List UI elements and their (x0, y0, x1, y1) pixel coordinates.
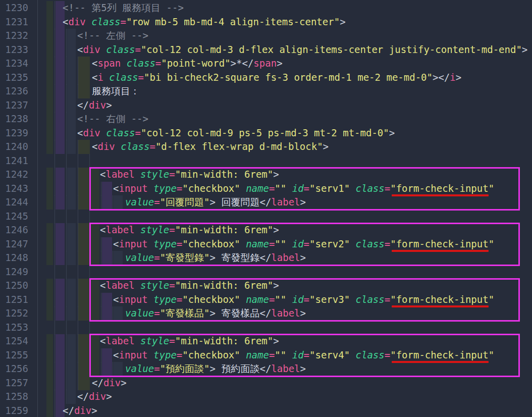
indent-guide-line (55, 237, 55, 251)
line-number[interactable]: 1249 (0, 265, 28, 279)
indent-guide-line (66, 293, 67, 307)
code-line[interactable]: 1249 (0, 265, 532, 279)
code-line[interactable]: 1234<span class="point-word">*</span> (0, 57, 532, 71)
token-comment: <!-- 第5列 服務項目 --> (63, 2, 184, 13)
indent-rainbow-block (56, 390, 65, 404)
code-text: <i class="bi bi-check2-square fs-3 order… (92, 71, 461, 85)
code-line[interactable]: 1240<div class="d-flex flex-wrap d-md-bl… (0, 140, 532, 154)
indent-guide-line (55, 404, 55, 417)
code-line[interactable]: 1258</div> (0, 390, 532, 404)
indent-guide-line (78, 140, 78, 154)
indent-rainbow-block (56, 195, 65, 210)
code-line[interactable]: 1259</div> (0, 404, 532, 417)
indent-rainbow-block (67, 390, 76, 404)
indent-rainbow-block (67, 57, 76, 71)
line-number[interactable]: 1237 (0, 98, 28, 113)
annotation-highlight-box (89, 278, 520, 322)
indent-rainbow-block (78, 251, 90, 265)
code-line[interactable]: 1253 (0, 321, 532, 335)
indent-guide-line (89, 321, 90, 335)
code-text: <div class="col-12 col-md-9 ps-5 ps-md-3… (77, 126, 395, 140)
code-line[interactable]: 1235<i class="bi bi-check2-square fs-3 o… (0, 71, 532, 85)
code-line[interactable]: 1231<div class="row mb-5 mb-md-4 align-i… (0, 15, 532, 29)
line-number[interactable]: 1256 (0, 362, 28, 376)
token-comment: <!-- 右側 --> (77, 113, 148, 124)
indent-rainbow-block (46, 126, 53, 140)
line-number[interactable]: 1236 (0, 84, 28, 98)
code-line[interactable]: 1236服務項目： (0, 84, 532, 98)
line-number[interactable]: 1253 (0, 321, 28, 335)
line-number[interactable]: 1232 (0, 29, 28, 43)
code-text: <div class="d-flex flex-wrap d-md-block"… (92, 140, 329, 154)
line-number[interactable]: 1248 (0, 251, 28, 265)
token-attribute: class (115, 141, 150, 152)
line-number[interactable]: 1241 (0, 154, 28, 168)
line-number[interactable]: 1252 (0, 306, 28, 321)
line-number[interactable]: 1235 (0, 71, 28, 85)
indent-guide-line (66, 306, 67, 321)
line-number[interactable]: 1242 (0, 168, 28, 182)
indent-guide-line (78, 362, 78, 376)
token-punctuation: < (92, 141, 97, 152)
line-number[interactable]: 1244 (0, 195, 28, 210)
token-punctuation: </ (77, 391, 89, 402)
line-number[interactable]: 1246 (0, 223, 28, 237)
line-number[interactable]: 1243 (0, 182, 28, 196)
code-text: </div> (77, 390, 112, 404)
annotation-highlight-box (89, 167, 520, 211)
line-number[interactable]: 1234 (0, 57, 28, 71)
line-number[interactable]: 1240 (0, 140, 28, 154)
code-line[interactable]: 1257</div> (0, 376, 532, 390)
token-punctuation: > (121, 377, 126, 388)
indent-guide-line (78, 210, 78, 224)
line-number[interactable]: 1259 (0, 404, 28, 417)
token-attribute: class (103, 72, 138, 83)
code-line[interactable]: 1239<div class="col-12 col-md-9 ps-5 ps-… (0, 126, 532, 140)
line-number[interactable]: 1254 (0, 334, 28, 348)
token-tag: div (74, 405, 91, 416)
annotation-highlight-box (89, 223, 520, 266)
indent-rainbow-block (78, 237, 90, 251)
code-text: <!-- 左側 --> (77, 29, 148, 43)
indent-guide-line (78, 376, 78, 390)
line-number[interactable]: 1245 (0, 210, 28, 224)
line-number[interactable]: 1257 (0, 376, 28, 390)
code-line[interactable]: 1241 (0, 154, 532, 168)
token-punctuation: </ (77, 99, 89, 111)
indent-guide-line (66, 84, 67, 98)
indent-rainbow-block (67, 195, 76, 210)
line-number[interactable]: 1251 (0, 293, 28, 307)
indent-guide-line (55, 348, 55, 362)
line-number[interactable]: 1239 (0, 126, 28, 140)
indent-guide-line (66, 265, 67, 279)
indent-guide-line (55, 126, 55, 140)
line-number[interactable]: 1258 (0, 390, 28, 404)
code-line[interactable]: 1237</div> (0, 98, 532, 113)
line-number[interactable]: 1238 (0, 112, 28, 126)
code-line[interactable]: 1233<div class="col-12 col-md-3 d-flex a… (0, 43, 532, 57)
line-number[interactable]: 1247 (0, 237, 28, 251)
indent-rainbow-block (78, 334, 90, 348)
line-number[interactable]: 1255 (0, 348, 28, 362)
line-number[interactable]: 1230 (0, 1, 28, 15)
indent-rainbow-block (78, 182, 90, 196)
line-number[interactable]: 1231 (0, 15, 28, 29)
code-text: </div> (92, 376, 127, 390)
line-number[interactable]: 1250 (0, 279, 28, 293)
code-line[interactable]: 1245 (0, 210, 532, 224)
token-attribute: class (86, 16, 121, 27)
indent-rainbow-block (56, 84, 65, 98)
indent-rainbow-block (56, 43, 65, 57)
indent-rainbow-block (56, 251, 65, 265)
token-punctuation: </ (63, 405, 74, 416)
indent-guide-line (66, 182, 67, 196)
line-number[interactable]: 1233 (0, 43, 28, 57)
code-text: </div> (77, 98, 112, 113)
token-punctuation: > (340, 16, 345, 27)
code-line[interactable]: 1232<!-- 左側 --> (0, 29, 532, 43)
indent-guide-line (55, 210, 55, 224)
indent-rainbow-block (46, 98, 53, 113)
code-line[interactable]: 1230<!-- 第5列 服務項目 --> (0, 1, 532, 15)
code-line[interactable]: 1238<!-- 右側 --> (0, 112, 532, 126)
indent-guide-line (78, 321, 78, 335)
